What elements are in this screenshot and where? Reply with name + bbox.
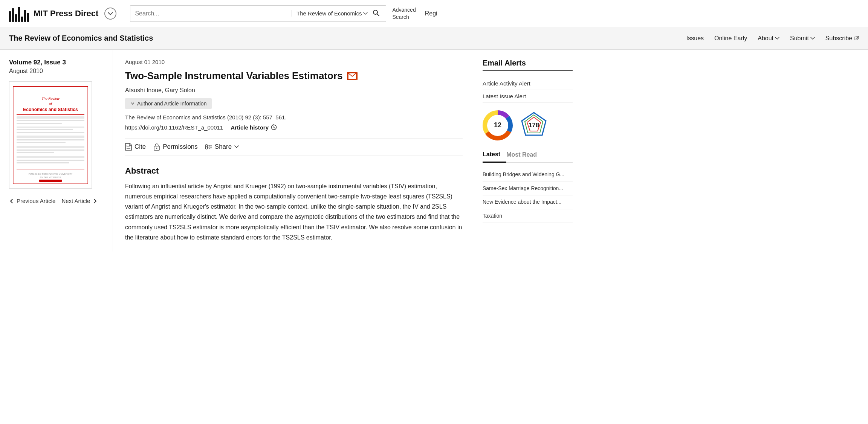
article-citation: The Review of Economics and Statistics (… <box>125 114 463 120</box>
logo-area[interactable]: MIT Press Direct <box>9 5 116 22</box>
search-container: The Review of Economics <box>130 5 386 22</box>
journal-cover-image: The Review of Economics and Statistics <box>9 81 92 189</box>
svg-rect-22 <box>17 162 69 163</box>
metrics-row: 12 178 <box>483 110 573 140</box>
article-authors: Atsushi Inoue, Gary Solon <box>125 87 463 94</box>
svg-rect-8 <box>17 116 84 119</box>
search-submit-button[interactable] <box>371 8 381 19</box>
author-info-button[interactable]: Author and Article Information <box>125 98 212 109</box>
content-tabs: Latest Most Read <box>483 148 573 163</box>
author-info-label: Author and Article Information <box>137 101 206 107</box>
permissions-button[interactable]: Permissions <box>153 143 198 151</box>
svg-rect-26 <box>39 180 62 182</box>
svg-text:The Review: The Review <box>41 97 60 101</box>
article-title: Two-Sample Instrumental Variables Estima… <box>125 70 342 82</box>
share-label: Share <box>215 143 232 151</box>
register-button[interactable]: Regi <box>425 10 437 17</box>
top-navigation: MIT Press Direct The Review of Economics… <box>0 0 868 27</box>
svg-rect-20 <box>17 156 84 158</box>
latest-issue-alert-link[interactable]: Latest Issue Alert <box>483 90 573 103</box>
svg-text:Economics and Statistics: Economics and Statistics <box>23 107 78 112</box>
abstract-text: Following an influential article by Angr… <box>125 181 463 243</box>
article-title-row: Two-Sample Instrumental Variables Estima… <box>125 70 463 82</box>
svg-text:178: 178 <box>529 122 539 129</box>
svg-rect-17 <box>17 146 84 148</box>
volume-info: Volume 92, Issue 3 <box>9 59 104 66</box>
next-article-label: Next Article <box>61 198 90 204</box>
search-input[interactable] <box>135 10 289 17</box>
search-scope-selector[interactable]: The Review of Economics <box>292 10 368 17</box>
svg-rect-14 <box>17 136 84 138</box>
svg-text:PUBLISHED FOR HARVARD UNIVERSI: PUBLISHED FOR HARVARD UNIVERSITY <box>29 173 72 175</box>
svg-text:BY THE MIT PRESS: BY THE MIT PRESS <box>40 176 61 178</box>
svg-rect-3 <box>13 86 88 184</box>
article-history-label: Article history <box>231 124 269 131</box>
tab-most-read[interactable]: Most Read <box>506 148 543 162</box>
doi-row: https://doi.org/10.1162/REST_a_00011 Art… <box>125 124 463 131</box>
latest-item-1[interactable]: Same-Sex Marriage Recognition... <box>483 182 573 196</box>
nav-issues[interactable]: Issues <box>686 35 704 42</box>
logo-chevron-btn[interactable] <box>104 8 116 20</box>
next-article-button[interactable]: Next Article <box>61 198 98 204</box>
svg-line-2 <box>856 36 859 39</box>
citation-detail: (2010) 92 (3): 557–561. <box>227 114 287 120</box>
logo-bars-icon <box>9 5 29 22</box>
abstract-heading: Abstract <box>125 166 463 176</box>
email-alerts-title: Email Alerts <box>483 59 573 71</box>
svg-rect-11 <box>17 127 84 128</box>
cite-button[interactable]: Cite <box>125 143 146 151</box>
previous-article-button[interactable]: Previous Article <box>9 198 55 204</box>
cite-label: Cite <box>134 143 146 151</box>
issue-date: August 2010 <box>9 68 104 75</box>
svg-rect-21 <box>17 160 84 161</box>
latest-item-3[interactable]: Taxation <box>483 209 573 223</box>
svg-rect-10 <box>17 123 62 124</box>
svg-point-32 <box>156 148 157 149</box>
svg-rect-18 <box>17 149 84 151</box>
journal-navigation: The Review of Economics and Statistics I… <box>0 27 868 50</box>
latest-articles-list: Building Bridges and Widening G... Same-… <box>483 168 573 223</box>
action-bar: Cite Permissions Share <box>125 138 463 156</box>
previous-article-label: Previous Article <box>17 198 55 204</box>
left-sidebar: Volume 92, Issue 3 August 2010 The Revie… <box>0 50 113 252</box>
svg-rect-9 <box>17 120 84 121</box>
latest-item-2[interactable]: New Evidence about the Impact... <box>483 195 573 209</box>
svg-rect-12 <box>17 129 73 130</box>
svg-line-1 <box>377 14 379 16</box>
share-button[interactable]: Share <box>205 143 239 151</box>
svg-rect-16 <box>17 142 66 143</box>
citation-metric-badge[interactable]: 12 <box>483 110 513 140</box>
main-layout: Volume 92, Issue 3 August 2010 The Revie… <box>0 50 868 252</box>
right-sidebar: Email Alerts Article Activity Alert Late… <box>475 50 580 252</box>
search-scope-label: The Review of Economics <box>296 10 362 17</box>
article-activity-alert-link[interactable]: Article Activity Alert <box>483 77 573 90</box>
permissions-label: Permissions <box>163 143 198 151</box>
altmetric-badge[interactable]: 178 <box>519 110 549 140</box>
doi-link[interactable]: https://doi.org/10.1162/REST_a_00011 <box>125 124 223 131</box>
nav-subscribe[interactable]: Subscribe <box>825 35 859 42</box>
citation-journal: The Review of Economics and Statistics <box>125 114 226 120</box>
envelope-icon <box>347 72 358 80</box>
latest-item-0[interactable]: Building Bridges and Widening G... <box>483 168 573 182</box>
svg-text:12: 12 <box>494 121 501 129</box>
article-date: August 01 2010 <box>125 59 463 65</box>
article-main: August 01 2010 Two-Sample Instrumental V… <box>113 50 475 252</box>
svg-line-33 <box>208 145 210 146</box>
nav-about[interactable]: About <box>758 35 779 42</box>
tab-latest[interactable]: Latest <box>483 148 506 163</box>
nav-online-early[interactable]: Online Early <box>714 35 747 42</box>
article-history-button[interactable]: Article history <box>231 124 277 131</box>
svg-rect-19 <box>17 152 54 153</box>
nav-submit[interactable]: Submit <box>790 35 815 42</box>
article-navigation: Previous Article Next Article <box>9 198 104 204</box>
journal-title: The Review of Economics and Statistics <box>9 34 153 43</box>
svg-rect-15 <box>17 139 84 140</box>
svg-line-34 <box>208 147 210 148</box>
journal-nav-links: Issues Online Early About Submit Subscri… <box>686 35 859 42</box>
svg-rect-13 <box>17 132 84 133</box>
advanced-search-link[interactable]: Advanced Search <box>392 6 416 20</box>
site-title: MIT Press Direct <box>34 9 98 18</box>
